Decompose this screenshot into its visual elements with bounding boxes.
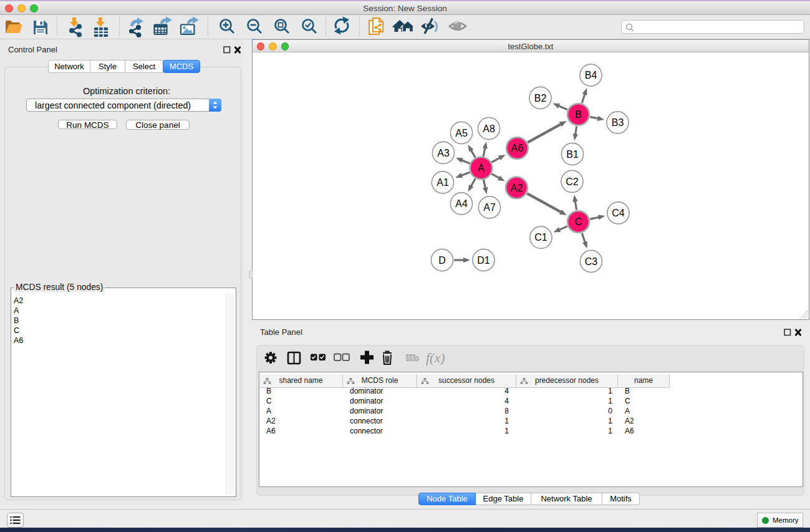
svg-text:A3: A3	[437, 148, 450, 158]
svg-text:B: B	[575, 109, 582, 120]
svg-text:C3: C3	[585, 256, 598, 267]
svg-text:B2: B2	[534, 93, 547, 104]
svg-text:B1: B1	[566, 149, 579, 160]
svg-text:A8: A8	[483, 123, 495, 134]
svg-text:C2: C2	[566, 177, 579, 187]
svg-text:D1: D1	[477, 255, 490, 266]
svg-text:B3: B3	[612, 117, 624, 128]
svg-text:C4: C4	[612, 208, 625, 218]
svg-text:A: A	[478, 163, 485, 173]
svg-text:A1: A1	[436, 177, 449, 188]
svg-text:A4: A4	[455, 198, 468, 209]
svg-text:f(x): f(x)	[426, 350, 445, 365]
svg-text:D: D	[438, 255, 446, 266]
svg-text:C1: C1	[534, 232, 547, 243]
svg-text:A6: A6	[511, 143, 524, 153]
svg-text:A5: A5	[455, 128, 468, 138]
svg-text:A2: A2	[511, 183, 523, 193]
svg-text:A7: A7	[483, 202, 496, 213]
svg-text:B4: B4	[585, 70, 597, 80]
svg-text:C: C	[575, 216, 582, 227]
